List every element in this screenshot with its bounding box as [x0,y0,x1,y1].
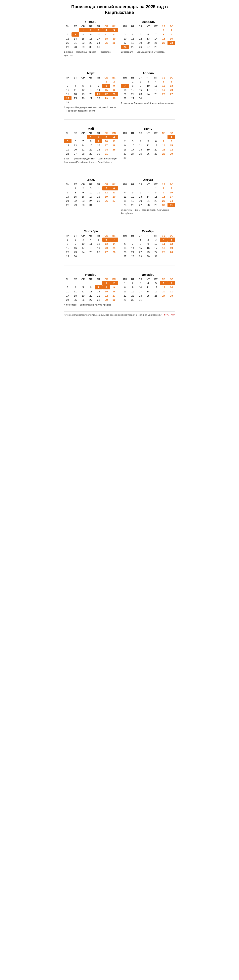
month-title: Октябрь [121,229,175,233]
calendar-cell: 24 [144,92,152,96]
weekday-header: ВС [167,76,175,80]
calendar-cell: 11 [144,285,152,290]
section-divider [64,266,175,266]
calendar-cell: 31 [87,203,95,207]
calendar-cell [95,80,103,84]
calendar-cell: 18 [144,290,152,294]
calendar-cell: 21 [95,92,103,96]
calendar-cell: 24 [121,45,129,49]
month-table: ПНВТСРЧТПТСБВС12345678910111213141516171… [64,277,118,302]
weekday-header: СР [79,183,87,186]
calendar-cell: 24 [129,152,136,156]
calendar-cell: 29 [121,298,129,302]
calendar-cell [167,96,175,100]
calendar-cell: 16 [136,88,144,92]
month-block-январь: ЯнварьПНВТСРЧТПТСБВС12345678910111213141… [64,20,118,57]
calendar-cell [87,281,95,285]
weekday-header: СР [79,131,87,135]
month-notes: 7 апреля — День народной Апрельской рево… [121,102,175,105]
calendar-cell: 4 [110,135,118,139]
calendar-cell [129,135,136,139]
calendar-cell: 3 [136,281,144,285]
weekday-header: ВТ [129,76,136,80]
calendar-cell: 8 [103,285,110,290]
calendar-cell: 29 [79,45,87,49]
month-block-сентябрь: СентябрьПНВТСРЧТПТСБВС123456789101112131… [64,229,118,258]
calendar-cell: 15 [129,88,136,92]
weekday-header: ВС [167,131,175,135]
calendar-cell: 8 [103,84,110,88]
calendar-cell [160,135,167,139]
calendar-cell: 20 [64,41,72,45]
weekday-header: СР [136,234,144,237]
weekday-header: ЧТ [87,76,95,80]
calendar-cell [129,186,136,191]
weekday-header: ВС [110,25,118,28]
calendar-cell: 4 [103,28,110,32]
month-block-февраль: ФевральПНВТСРЧТПТСБВС1234567891011121314… [121,20,175,57]
calendar-cell: 1 [160,28,167,32]
calendar-cell [152,135,160,139]
calendar-cell: 5 [129,191,136,195]
calendar-cell: 16 [95,143,103,148]
calendar-cell: 23 [136,92,144,96]
weekday-header: ВС [167,25,175,28]
calendar-cell: 21 [72,41,79,45]
calendar-cell: 11 [72,290,79,294]
calendar-cell: 10 [136,285,144,290]
calendar-cell [144,156,152,160]
calendar-cell: 9 [72,242,79,246]
calendar-cell: 17 [103,143,110,148]
calendar-cell: 29 [136,254,144,258]
calendar-cell [144,298,152,302]
month-block-ноябрь: НоябрьПНВТСРЧТПТСБВС12345678910111213141… [64,273,118,307]
calendar-cell: 28 [95,298,103,302]
calendar-cell: 14 [121,88,129,92]
calendar-cell: 20 [72,148,79,152]
calendar-cell: 30 [72,254,79,258]
calendar-cell: 24 [152,250,160,254]
calendar-cell: 29 [87,152,95,156]
calendar-cell: 25 [72,96,79,100]
calendar-cell: 12 [152,285,160,290]
calendar-cell: 13 [167,84,175,88]
calendar-cell: 13 [121,246,129,250]
calendar-cell: 19 [144,148,152,152]
calendar-cell: 3 [121,32,129,37]
calendar-cell: 12 [79,290,87,294]
calendar-cell: 28 [152,45,160,49]
calendar-cell: 5 [64,139,72,143]
weekday-header: СБ [160,234,167,237]
calendar-cell: 14 [95,290,103,294]
weekday-header: СР [136,131,144,135]
weekday-header: ЧТ [87,277,95,281]
calendar-cell: 19 [152,290,160,294]
calendar-cell: 28 [144,203,152,207]
weekday-header: ВТ [129,277,136,281]
calendar-cell: 15 [79,37,87,41]
calendar-cell: 30 [87,45,95,49]
calendar-cell [160,254,167,258]
calendar-cell: 18 [110,143,118,148]
calendar-cell: 1 [103,80,110,84]
calendar-cell: 12 [79,88,87,92]
calendar-cell: 30 [144,254,152,258]
calendar-cell: 11 [110,139,118,143]
weekday-header: ВТ [129,25,136,28]
calendar-cell: 26 [160,92,167,96]
calendar-cell: 8 [72,191,79,195]
calendar-cell: 26 [103,199,110,203]
month-table: ПНВТСРЧТПТСБВС12345678910111213141516171… [121,25,175,49]
calendar-cell: 15 [103,290,110,294]
calendar-cell: 9 [144,242,152,246]
month-block-декабрь: ДекабрьПНВТСРЧТПТСБВС1234567891011121314… [121,273,175,307]
calendar-cell: 16 [87,37,95,41]
calendar-cell: 30 [129,298,136,302]
calendar-cell: 9 [79,191,87,195]
calendar-cell: 26 [144,152,152,156]
calendar-cell: 25 [160,250,167,254]
calendar-cell: 22 [64,250,72,254]
calendar-cell: 23 [144,250,152,254]
weekday-header: СР [79,25,87,28]
calendar-cell: 16 [121,148,129,152]
